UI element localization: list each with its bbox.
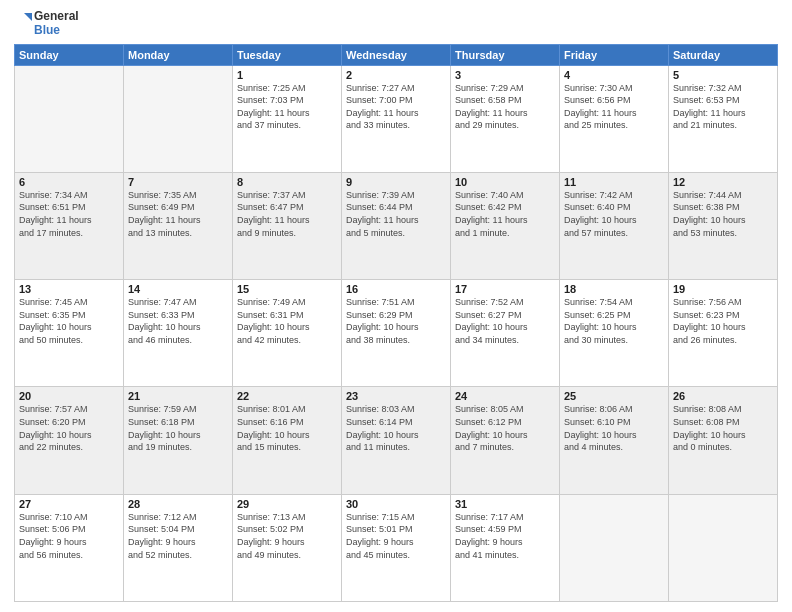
calendar-day-cell: 20Sunrise: 7:57 AM Sunset: 6:20 PM Dayli… (15, 387, 124, 494)
day-number: 16 (346, 283, 446, 295)
day-info: Sunrise: 7:15 AM Sunset: 5:01 PM Dayligh… (346, 511, 446, 561)
calendar-day-cell: 8Sunrise: 7:37 AM Sunset: 6:47 PM Daylig… (233, 172, 342, 279)
day-number: 5 (673, 69, 773, 81)
day-number: 2 (346, 69, 446, 81)
day-info: Sunrise: 7:54 AM Sunset: 6:25 PM Dayligh… (564, 296, 664, 346)
day-info: Sunrise: 7:17 AM Sunset: 4:59 PM Dayligh… (455, 511, 555, 561)
day-info: Sunrise: 7:12 AM Sunset: 5:04 PM Dayligh… (128, 511, 228, 561)
day-number: 11 (564, 176, 664, 188)
calendar-day-cell: 28Sunrise: 7:12 AM Sunset: 5:04 PM Dayli… (124, 494, 233, 601)
calendar-week-row: 13Sunrise: 7:45 AM Sunset: 6:35 PM Dayli… (15, 280, 778, 387)
calendar-day-cell: 31Sunrise: 7:17 AM Sunset: 4:59 PM Dayli… (451, 494, 560, 601)
page-header: General Blue (14, 10, 778, 38)
day-number: 28 (128, 498, 228, 510)
logo-shape-icon (14, 13, 32, 35)
day-info: Sunrise: 7:56 AM Sunset: 6:23 PM Dayligh… (673, 296, 773, 346)
day-info: Sunrise: 7:47 AM Sunset: 6:33 PM Dayligh… (128, 296, 228, 346)
calendar-week-row: 1Sunrise: 7:25 AM Sunset: 7:03 PM Daylig… (15, 65, 778, 172)
day-header-thursday: Thursday (451, 44, 560, 65)
day-info: Sunrise: 8:08 AM Sunset: 6:08 PM Dayligh… (673, 403, 773, 453)
day-number: 10 (455, 176, 555, 188)
day-number: 27 (19, 498, 119, 510)
calendar-day-cell: 22Sunrise: 8:01 AM Sunset: 6:16 PM Dayli… (233, 387, 342, 494)
calendar-day-cell: 9Sunrise: 7:39 AM Sunset: 6:44 PM Daylig… (342, 172, 451, 279)
day-number: 12 (673, 176, 773, 188)
day-info: Sunrise: 8:03 AM Sunset: 6:14 PM Dayligh… (346, 403, 446, 453)
day-header-friday: Friday (560, 44, 669, 65)
day-info: Sunrise: 7:27 AM Sunset: 7:00 PM Dayligh… (346, 82, 446, 132)
day-number: 23 (346, 390, 446, 402)
day-number: 29 (237, 498, 337, 510)
day-info: Sunrise: 7:13 AM Sunset: 5:02 PM Dayligh… (237, 511, 337, 561)
calendar-day-cell: 4Sunrise: 7:30 AM Sunset: 6:56 PM Daylig… (560, 65, 669, 172)
day-number: 17 (455, 283, 555, 295)
calendar-day-cell: 16Sunrise: 7:51 AM Sunset: 6:29 PM Dayli… (342, 280, 451, 387)
logo-general: General (34, 10, 79, 24)
calendar-day-cell: 7Sunrise: 7:35 AM Sunset: 6:49 PM Daylig… (124, 172, 233, 279)
day-info: Sunrise: 8:06 AM Sunset: 6:10 PM Dayligh… (564, 403, 664, 453)
calendar-day-cell: 6Sunrise: 7:34 AM Sunset: 6:51 PM Daylig… (15, 172, 124, 279)
day-header-saturday: Saturday (669, 44, 778, 65)
day-info: Sunrise: 7:34 AM Sunset: 6:51 PM Dayligh… (19, 189, 119, 239)
calendar-header-row: SundayMondayTuesdayWednesdayThursdayFrid… (15, 44, 778, 65)
calendar-day-cell: 18Sunrise: 7:54 AM Sunset: 6:25 PM Dayli… (560, 280, 669, 387)
calendar-day-cell (669, 494, 778, 601)
day-info: Sunrise: 7:37 AM Sunset: 6:47 PM Dayligh… (237, 189, 337, 239)
calendar-day-cell: 29Sunrise: 7:13 AM Sunset: 5:02 PM Dayli… (233, 494, 342, 601)
svg-marker-1 (24, 13, 32, 21)
day-header-monday: Monday (124, 44, 233, 65)
calendar-day-cell: 30Sunrise: 7:15 AM Sunset: 5:01 PM Dayli… (342, 494, 451, 601)
day-info: Sunrise: 7:59 AM Sunset: 6:18 PM Dayligh… (128, 403, 228, 453)
day-info: Sunrise: 7:39 AM Sunset: 6:44 PM Dayligh… (346, 189, 446, 239)
calendar-day-cell: 24Sunrise: 8:05 AM Sunset: 6:12 PM Dayli… (451, 387, 560, 494)
calendar-day-cell: 11Sunrise: 7:42 AM Sunset: 6:40 PM Dayli… (560, 172, 669, 279)
calendar-day-cell: 19Sunrise: 7:56 AM Sunset: 6:23 PM Dayli… (669, 280, 778, 387)
day-number: 8 (237, 176, 337, 188)
calendar-day-cell: 23Sunrise: 8:03 AM Sunset: 6:14 PM Dayli… (342, 387, 451, 494)
day-number: 22 (237, 390, 337, 402)
day-info: Sunrise: 7:45 AM Sunset: 6:35 PM Dayligh… (19, 296, 119, 346)
calendar-day-cell: 2Sunrise: 7:27 AM Sunset: 7:00 PM Daylig… (342, 65, 451, 172)
calendar-day-cell: 21Sunrise: 7:59 AM Sunset: 6:18 PM Dayli… (124, 387, 233, 494)
calendar-day-cell: 27Sunrise: 7:10 AM Sunset: 5:06 PM Dayli… (15, 494, 124, 601)
day-number: 6 (19, 176, 119, 188)
day-number: 1 (237, 69, 337, 81)
day-number: 26 (673, 390, 773, 402)
day-info: Sunrise: 7:57 AM Sunset: 6:20 PM Dayligh… (19, 403, 119, 453)
day-number: 18 (564, 283, 664, 295)
day-info: Sunrise: 7:40 AM Sunset: 6:42 PM Dayligh… (455, 189, 555, 239)
day-info: Sunrise: 7:30 AM Sunset: 6:56 PM Dayligh… (564, 82, 664, 132)
day-number: 9 (346, 176, 446, 188)
day-info: Sunrise: 7:29 AM Sunset: 6:58 PM Dayligh… (455, 82, 555, 132)
day-number: 13 (19, 283, 119, 295)
calendar-week-row: 6Sunrise: 7:34 AM Sunset: 6:51 PM Daylig… (15, 172, 778, 279)
calendar-day-cell: 14Sunrise: 7:47 AM Sunset: 6:33 PM Dayli… (124, 280, 233, 387)
day-info: Sunrise: 7:42 AM Sunset: 6:40 PM Dayligh… (564, 189, 664, 239)
day-info: Sunrise: 7:52 AM Sunset: 6:27 PM Dayligh… (455, 296, 555, 346)
day-number: 7 (128, 176, 228, 188)
calendar-day-cell: 15Sunrise: 7:49 AM Sunset: 6:31 PM Dayli… (233, 280, 342, 387)
day-number: 30 (346, 498, 446, 510)
day-number: 25 (564, 390, 664, 402)
day-number: 14 (128, 283, 228, 295)
calendar-day-cell: 26Sunrise: 8:08 AM Sunset: 6:08 PM Dayli… (669, 387, 778, 494)
day-header-wednesday: Wednesday (342, 44, 451, 65)
calendar-table: SundayMondayTuesdayWednesdayThursdayFrid… (14, 44, 778, 602)
calendar-day-cell: 10Sunrise: 7:40 AM Sunset: 6:42 PM Dayli… (451, 172, 560, 279)
day-number: 15 (237, 283, 337, 295)
day-info: Sunrise: 8:05 AM Sunset: 6:12 PM Dayligh… (455, 403, 555, 453)
day-info: Sunrise: 7:44 AM Sunset: 6:38 PM Dayligh… (673, 189, 773, 239)
day-info: Sunrise: 7:32 AM Sunset: 6:53 PM Dayligh… (673, 82, 773, 132)
calendar-day-cell (15, 65, 124, 172)
calendar-day-cell: 13Sunrise: 7:45 AM Sunset: 6:35 PM Dayli… (15, 280, 124, 387)
calendar-day-cell: 1Sunrise: 7:25 AM Sunset: 7:03 PM Daylig… (233, 65, 342, 172)
logo-text: General Blue (14, 10, 79, 38)
calendar-day-cell: 12Sunrise: 7:44 AM Sunset: 6:38 PM Dayli… (669, 172, 778, 279)
day-header-tuesday: Tuesday (233, 44, 342, 65)
day-number: 31 (455, 498, 555, 510)
day-number: 21 (128, 390, 228, 402)
calendar-day-cell: 25Sunrise: 8:06 AM Sunset: 6:10 PM Dayli… (560, 387, 669, 494)
logo-blue: Blue (34, 24, 79, 38)
calendar-week-row: 27Sunrise: 7:10 AM Sunset: 5:06 PM Dayli… (15, 494, 778, 601)
day-number: 3 (455, 69, 555, 81)
